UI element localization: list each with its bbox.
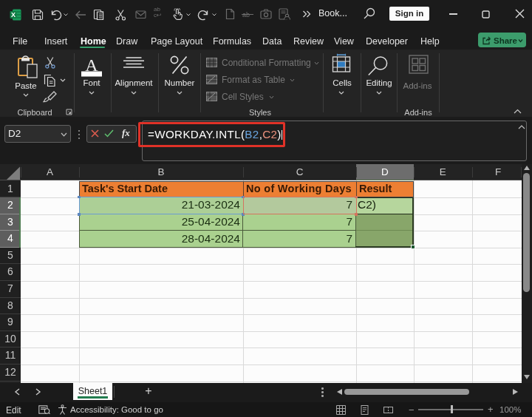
svg-text:X: X	[11, 11, 16, 18]
